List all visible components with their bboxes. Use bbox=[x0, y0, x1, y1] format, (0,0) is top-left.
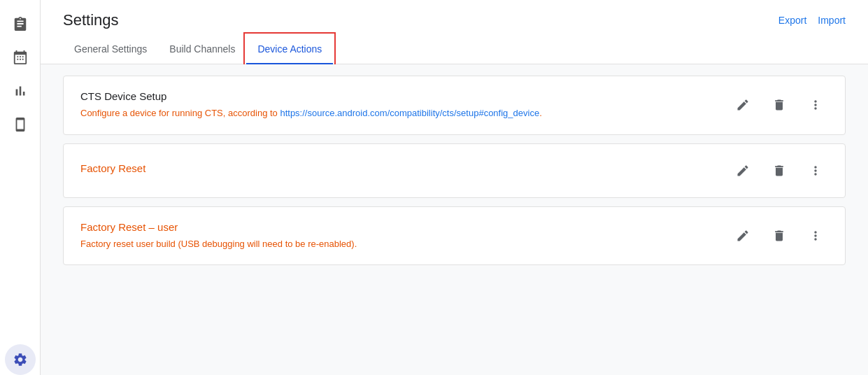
card-desc-text-cts: Configure a device for running CTS, acco… bbox=[80, 108, 280, 118]
card-desc-cts: Configure a device for running CTS, acco… bbox=[80, 106, 730, 120]
card-desc-suffix-cts: . bbox=[539, 108, 542, 118]
more-button-cts[interactable] bbox=[803, 92, 828, 118]
delete-button-factory-reset-user[interactable] bbox=[767, 223, 792, 248]
tab-build-channels[interactable]: Build Channels bbox=[158, 35, 246, 64]
edit-button-cts[interactable] bbox=[730, 92, 755, 118]
edit-icon bbox=[736, 98, 750, 112]
sidebar-item-calendar[interactable] bbox=[5, 42, 36, 73]
chart-icon bbox=[13, 83, 28, 99]
card-left-factory-reset: Factory Reset bbox=[80, 162, 730, 178]
more-button-factory-reset[interactable] bbox=[803, 158, 828, 183]
edit-button-factory-reset[interactable] bbox=[730, 158, 755, 183]
delete-icon bbox=[772, 164, 786, 178]
page-header: Settings Export Import bbox=[41, 0, 868, 29]
edit-icon bbox=[736, 164, 750, 178]
card-desc-factory-reset-user: Factory reset user build (USB debugging … bbox=[80, 237, 730, 251]
sidebar-item-clipboard[interactable] bbox=[5, 8, 36, 39]
card-actions-factory-reset-user bbox=[730, 223, 828, 248]
import-button[interactable]: Import bbox=[818, 15, 846, 26]
card-desc-text-factory-reset-user: Factory reset user build (USB debugging … bbox=[80, 239, 357, 249]
card-left-cts: CTS Device Setup Configure a device for … bbox=[80, 90, 730, 120]
delete-button-factory-reset[interactable] bbox=[767, 158, 792, 183]
export-button[interactable]: Export bbox=[778, 15, 806, 26]
delete-icon bbox=[772, 229, 786, 243]
card-title-factory-reset: Factory Reset bbox=[80, 162, 730, 174]
header-actions: Export Import bbox=[778, 15, 846, 26]
settings-icon bbox=[13, 352, 28, 367]
card-actions-cts bbox=[730, 92, 828, 118]
sidebar-item-settings[interactable] bbox=[5, 344, 36, 375]
sidebar-item-chart[interactable] bbox=[5, 76, 36, 106]
card-cts-device-setup: CTS Device Setup Configure a device for … bbox=[63, 76, 846, 135]
tab-device-actions[interactable]: Device Actions bbox=[246, 35, 333, 64]
delete-icon bbox=[772, 98, 786, 112]
tab-general-settings[interactable]: General Settings bbox=[63, 35, 158, 64]
card-title-cts: CTS Device Setup bbox=[80, 90, 730, 102]
delete-button-cts[interactable] bbox=[767, 92, 792, 118]
device-icon bbox=[13, 117, 28, 132]
page-title: Settings bbox=[63, 11, 119, 29]
calendar-icon bbox=[13, 50, 28, 65]
content-area: CTS Device Setup Configure a device for … bbox=[41, 64, 868, 375]
card-factory-reset-user: Factory Reset – user Factory reset user … bbox=[63, 206, 846, 266]
clipboard-icon bbox=[13, 16, 28, 31]
main-content: Settings Export Import General Settings … bbox=[41, 0, 868, 375]
card-left-factory-reset-user: Factory Reset – user Factory reset user … bbox=[80, 221, 730, 251]
card-title-factory-reset-user: Factory Reset – user bbox=[80, 221, 730, 233]
sidebar-item-device[interactable] bbox=[5, 109, 36, 140]
more-vert-icon bbox=[809, 229, 823, 243]
more-button-factory-reset-user[interactable] bbox=[803, 223, 828, 248]
sidebar bbox=[0, 0, 41, 375]
tabs-nav: General Settings Build Channels Device A… bbox=[41, 35, 868, 64]
more-vert-icon bbox=[809, 164, 823, 178]
more-vert-icon bbox=[809, 98, 823, 112]
card-factory-reset: Factory Reset bbox=[63, 143, 846, 198]
edit-icon bbox=[736, 229, 750, 243]
card-actions-factory-reset bbox=[730, 158, 828, 183]
card-desc-link-cts[interactable]: https://source.android.com/compatibility… bbox=[280, 108, 539, 118]
edit-button-factory-reset-user[interactable] bbox=[730, 223, 755, 248]
